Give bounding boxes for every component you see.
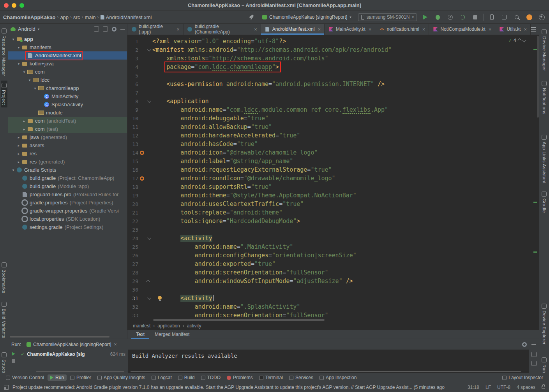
- tree-row[interactable]: proguard-rules.pro(ProGuard Rules for: [8, 190, 127, 199]
- tool-window-button-logcat[interactable]: Logcat: [149, 374, 175, 381]
- tree-chevron-icon[interactable]: ▾: [27, 78, 32, 82]
- tree-row[interactable]: ▸assets: [8, 141, 127, 149]
- tree-row[interactable]: local.properties(SDK Location): [8, 215, 127, 223]
- line-ending[interactable]: LF: [485, 385, 491, 390]
- tool-window-button-terminal[interactable]: Terminal: [256, 374, 286, 381]
- tree-row[interactable]: ▾kotlin+java: [8, 60, 127, 68]
- intention-bulb-icon[interactable]: [158, 296, 162, 300]
- close-icon[interactable]: ×: [422, 26, 425, 32]
- next-problem-icon[interactable]: [523, 39, 526, 42]
- breadcrumb-item[interactable]: app: [60, 14, 69, 20]
- soft-wrap-icon[interactable]: [531, 352, 537, 357]
- device-manager-button[interactable]: [487, 13, 496, 21]
- tree-row[interactable]: settings.gradle(Project Settings): [8, 223, 127, 231]
- console-hscrollbar[interactable]: [131, 371, 521, 372]
- xml-breadcrumb-item[interactable]: application: [157, 323, 180, 329]
- tree-chevron-icon[interactable]: ▾: [16, 46, 21, 49]
- hide-panel-icon[interactable]: [120, 29, 125, 30]
- tree-row[interactable]: build.gradle(Module :app): [8, 182, 127, 190]
- tree-row[interactable]: ▸res(generated): [8, 158, 127, 166]
- account-button[interactable]: [537, 13, 546, 21]
- tool-stripe-device-explorer[interactable]: Device Explorer: [541, 301, 547, 347]
- tree-chevron-icon[interactable]: ▾: [11, 168, 16, 172]
- tree-row[interactable]: gradle.properties(Project Properties): [8, 199, 127, 207]
- file-encoding[interactable]: UTF-8: [497, 385, 510, 390]
- breadcrumb-item[interactable]: main: [85, 14, 95, 20]
- tree-row[interactable]: ▾manifests: [8, 43, 127, 51]
- scroll-to-end-icon[interactable]: [531, 361, 537, 366]
- hide-panel-icon[interactable]: [531, 344, 536, 345]
- caret-position[interactable]: 31:18: [468, 385, 479, 390]
- editor-tab[interactable]: NotiCompatModule.kt×: [429, 24, 495, 35]
- gear-icon[interactable]: [522, 342, 527, 347]
- tree-chevron-icon[interactable]: ▾: [21, 70, 27, 74]
- tree-row[interactable]: build.gradle(Project: ChamomileApp): [8, 174, 127, 182]
- layout-inspector-button[interactable]: [500, 13, 508, 21]
- tree-row[interactable]: module: [8, 109, 127, 117]
- breadcrumb-item[interactable]: ChamomileAppKakao: [3, 14, 55, 20]
- run-tab[interactable]: ChamomileAppKakao [signingReport] ×: [24, 341, 119, 348]
- xml-breadcrumb-item[interactable]: activity: [187, 323, 201, 329]
- run-button[interactable]: [421, 13, 429, 21]
- tool-window-button-app-quality-insights[interactable]: App Quality Insights: [95, 374, 148, 381]
- tool-stripe-resource-manager[interactable]: Resource Manager: [1, 26, 7, 78]
- drawable-preview-icon[interactable]: [140, 176, 144, 181]
- tree-row[interactable]: ▾chamomileapp: [8, 84, 127, 92]
- tree-row[interactable]: ▸res: [8, 149, 127, 158]
- fold-icon[interactable]: [146, 279, 150, 283]
- breadcrumb-file[interactable]: AndroidManifest.xml: [101, 14, 152, 20]
- profile-button[interactable]: [446, 13, 454, 21]
- editor-tab[interactable]: build.gradle (ChamomileApp)×: [184, 24, 261, 35]
- project-hscrollbar[interactable]: [10, 336, 109, 338]
- tool-stripe-build-variants[interactable]: Build Variants: [1, 299, 7, 341]
- gear-icon[interactable]: [112, 27, 117, 32]
- run-tree-node[interactable]: ✓ ChamomileAppKakao [sig 624 ms: [21, 351, 125, 357]
- manifest-view-tab[interactable]: Text: [131, 330, 149, 339]
- editor-hscrollbar[interactable]: [153, 319, 325, 321]
- tool-window-button-app-inspection[interactable]: App Inspection: [317, 374, 359, 381]
- tool-window-button-todo[interactable]: TODO: [198, 374, 223, 381]
- build-hammer-icon[interactable]: [247, 13, 256, 21]
- tree-chevron-icon[interactable]: ▸: [16, 152, 21, 156]
- tree-row[interactable]: ▾app: [8, 35, 127, 43]
- tool-stripe-project[interactable]: Project: [1, 81, 7, 107]
- tool-stripe-device-manager[interactable]: Device Manager: [541, 27, 547, 73]
- tool-stripe-bookmarks[interactable]: Bookmarks: [1, 260, 7, 295]
- fold-icon[interactable]: [147, 99, 151, 103]
- tree-chevron-icon[interactable]: ▾: [11, 37, 16, 41]
- status-message[interactable]: Project update recommended: Android Grad…: [12, 385, 464, 390]
- tree-row[interactable]: gradle-wrapper.properties(Gradle Versi: [8, 207, 127, 215]
- tree-row[interactable]: ▸com(test): [8, 125, 127, 133]
- tool-window-button-build[interactable]: Build: [175, 374, 198, 381]
- tree-row[interactable]: ▸com(androidTest): [8, 117, 127, 125]
- tool-window-button-version-control[interactable]: Version Control: [3, 374, 47, 381]
- tab-list-icon[interactable]: [531, 27, 536, 32]
- prev-problem-icon[interactable]: [518, 39, 522, 42]
- close-icon[interactable]: ×: [489, 26, 492, 32]
- fold-icon[interactable]: [147, 236, 151, 240]
- tree-row[interactable]: ▸java(generated): [8, 133, 127, 141]
- fold-icon[interactable]: [147, 296, 151, 300]
- editor-tab[interactable]: AndroidManifest.xml×: [261, 24, 325, 35]
- tool-window-button-run[interactable]: Run: [48, 374, 67, 381]
- run-config-select[interactable]: ChamomileAppKakao [signingReport] ▾: [259, 14, 354, 21]
- close-icon[interactable]: ×: [318, 26, 321, 32]
- inspection-widget[interactable]: ✓ 4: [508, 37, 526, 43]
- xml-breadcrumb-item[interactable]: manifest: [133, 323, 150, 329]
- editor-tab[interactable]: build.gradle (:app)×: [127, 24, 184, 35]
- collapse-all-icon[interactable]: [103, 26, 108, 32]
- tool-window-switcher-icon[interactable]: [4, 385, 9, 390]
- tool-window-button-profiler[interactable]: Profiler: [67, 374, 94, 381]
- tree-chevron-icon[interactable]: ▸: [16, 144, 21, 148]
- search-everywhere-button[interactable]: [512, 13, 521, 21]
- gradle-sync-button[interactable]: [525, 13, 533, 21]
- tool-window-button-problems[interactable]: Problems: [224, 374, 256, 381]
- code-editor[interactable]: 1<?xml version="1.0" encoding="utf-8"?>2…: [127, 35, 539, 322]
- tree-chevron-icon[interactable]: ▾: [32, 86, 38, 90]
- run-tree-hscrollbar[interactable]: [36, 371, 124, 372]
- tree-chevron-icon[interactable]: ▸: [21, 119, 27, 123]
- drawable-preview-icon[interactable]: [140, 151, 144, 155]
- close-icon[interactable]: ×: [254, 26, 257, 32]
- tree-chevron-icon[interactable]: ▸: [16, 135, 21, 139]
- tree-row[interactable]: ▾com: [8, 68, 127, 76]
